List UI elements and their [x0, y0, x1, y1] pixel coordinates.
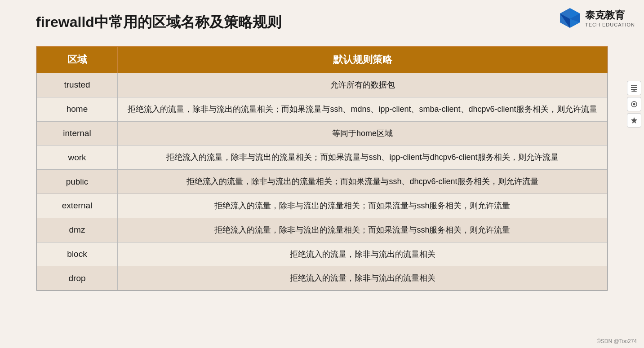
table-row: home拒绝流入的流量，除非与流出的流量相关；而如果流量与ssh、mdns、ip…	[37, 97, 608, 121]
logo-text: 泰克教育 TECH EDUCATION	[585, 9, 635, 27]
zone-cell: internal	[37, 121, 118, 145]
rule-cell: 拒绝流入的流量，除非与流出的流量相关；而如果流量与ssh、dhcpv6-clie…	[118, 170, 608, 194]
zone-cell: block	[37, 242, 118, 266]
side-toolbar	[627, 81, 641, 128]
zone-cell: public	[37, 170, 118, 194]
zone-cell: dmz	[37, 218, 118, 242]
rule-cell: 拒绝流入的流量，除非与流出的流量相关；而如果流量与ssh、mdns、ipp-cl…	[118, 97, 608, 121]
logo-icon	[558, 6, 582, 30]
zone-cell: work	[37, 145, 118, 170]
rule-cell: 拒绝流入的流量，除非与流出的流量相关	[118, 242, 608, 266]
table-row: trusted允许所有的数据包	[37, 73, 608, 97]
zone-cell: home	[37, 97, 118, 121]
header-zone: 区域	[37, 47, 118, 73]
table-row: drop拒绝流入的流量，除非与流出的流量相关	[37, 266, 608, 291]
table-row: internal等同于home区域	[37, 121, 608, 145]
table-row: public拒绝流入的流量，除非与流出的流量相关；而如果流量与ssh、dhcpv…	[37, 170, 608, 194]
zone-cell: drop	[37, 266, 118, 291]
svg-rect-7	[631, 85, 637, 86]
toolbar-btn-2[interactable]	[627, 97, 641, 111]
zone-cell: external	[37, 194, 118, 218]
rule-cell: 拒绝流入的流量，除非与流出的流量相关；而如果流量与ssh服务相关，则允许流量	[118, 218, 608, 242]
edit-icon	[630, 100, 638, 108]
header-rule: 默认规则策略	[118, 47, 608, 73]
svg-rect-5	[631, 89, 637, 90]
svg-point-10	[633, 103, 635, 106]
table-row: block拒绝流入的流量，除非与流出的流量相关	[37, 242, 608, 266]
logo-area: 泰克教育 TECH EDUCATION	[558, 6, 635, 30]
firewalld-table: 区域 默认规则策略 trusted允许所有的数据包home拒绝流入的流量，除非与…	[36, 46, 608, 291]
table-row: dmz拒绝流入的流量，除非与流出的流量相关；而如果流量与ssh服务相关，则允许流…	[37, 218, 608, 242]
rule-cell: 拒绝流入的流量，除非与流出的流量相关	[118, 266, 608, 291]
logo-en: TECH EDUCATION	[585, 22, 635, 27]
zone-cell: trusted	[37, 73, 118, 97]
toolbar-btn-1[interactable]	[627, 81, 641, 95]
rule-cell: 拒绝流入的流量，除非与流出的流量相关；而如果流量与ssh服务相关，则允许流量	[118, 194, 608, 218]
page-title: firewalld中常用的区域名称及策略规则	[0, 0, 644, 37]
rule-cell: 等同于home区域	[118, 121, 608, 145]
toolbar-btn-3[interactable]	[627, 113, 641, 128]
rule-cell: 允许所有的数据包	[118, 73, 608, 97]
layers-icon	[630, 84, 638, 92]
table-header-row: 区域 默认规则策略	[37, 47, 608, 73]
table-row: external拒绝流入的流量，除非与流出的流量相关；而如果流量与ssh服务相关…	[37, 194, 608, 218]
rule-cell: 拒绝流入的流量，除非与流出的流量相关；而如果流量与ssh、ipp-client与…	[118, 145, 608, 170]
watermark: ©SDN @Too274	[597, 338, 637, 344]
table-row: work拒绝流入的流量，除非与流出的流量相关；而如果流量与ssh、ipp-cli…	[37, 145, 608, 170]
svg-marker-8	[631, 90, 637, 92]
svg-rect-6	[631, 87, 637, 88]
svg-marker-11	[631, 117, 637, 123]
star-icon	[630, 116, 638, 124]
logo-cn: 泰克教育	[585, 9, 635, 22]
